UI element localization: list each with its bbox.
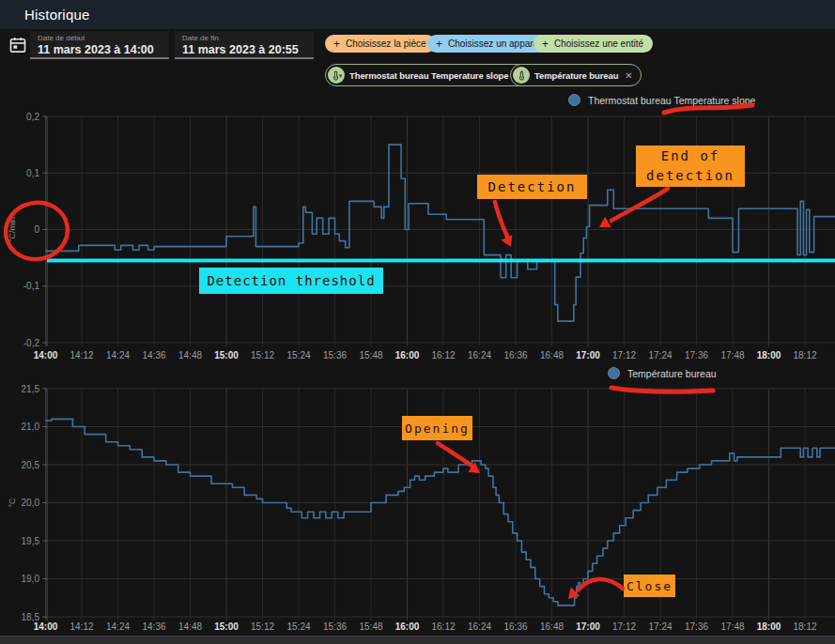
date-start-field[interactable]: Date de début 11 mars 2023 à 14:00 [30, 31, 169, 59]
x-tick-label: 16:36 [503, 621, 527, 632]
y-tick-label: 21,5 [22, 384, 40, 394]
thermometer-icon [513, 67, 530, 84]
page-title: Historique [24, 7, 90, 23]
annotation-opening: Opening [402, 416, 472, 440]
y-tick-label: 19,0 [22, 574, 40, 584]
x-tick-label: 15:48 [359, 621, 382, 632]
chevron-down-icon: ▾ [339, 72, 343, 79]
x-tick-label: 15:00 [214, 621, 239, 632]
x-tick-label: 16:36 [503, 350, 527, 360]
x-tick-label: 18:12 [793, 621, 816, 632]
x-tick-label: 16:12 [431, 621, 455, 632]
legend-label: Température bureau [627, 368, 717, 379]
chip-label: Choisissez la pièce [346, 38, 426, 49]
x-tick-label: 16:12 [431, 350, 455, 360]
annotation-close: Close [624, 575, 675, 597]
plus-icon: + [333, 38, 340, 51]
x-tick-label: 17:48 [720, 350, 744, 360]
plus-icon: + [436, 38, 442, 51]
x-tick-label: 14:00 [34, 350, 58, 360]
calendar-icon[interactable] [8, 36, 27, 54]
thermometer-icon: ▾ [328, 67, 345, 84]
app-header: Historique [0, 0, 835, 29]
legend-thermostat-slope[interactable]: Thermostat bureau Temperature slope [568, 94, 755, 106]
date-end-field[interactable]: Date de fin 11 mars 2023 à 20:55 [175, 31, 314, 59]
x-tick-label: 14:36 [142, 621, 165, 632]
entity-chip-thermostat-slope[interactable]: ▾ Thermostat bureau Temperature slope ✕ [325, 64, 532, 86]
y-tick-label: 19,5 [22, 536, 40, 546]
legend-label: Thermostat bureau Temperature slope [588, 95, 755, 106]
y-tick-label: -0,1 [23, 281, 40, 291]
x-tick-label: 17:24 [648, 350, 672, 360]
x-tick-label: 16:48 [540, 350, 564, 360]
x-tick-label: 14:00 [34, 621, 58, 632]
x-tick-label: 15:12 [251, 621, 274, 632]
y-tick-label: 0,2 [26, 112, 39, 122]
x-tick-label: 18:12 [793, 350, 816, 360]
choose-area-chip[interactable]: + Choisissez la pièce [325, 35, 436, 53]
plus-icon: + [542, 38, 549, 51]
entity-chip-temperature[interactable]: Température bureau ✕ [510, 64, 642, 86]
x-tick-label: 15:12 [251, 350, 274, 360]
legend-dot [608, 367, 620, 379]
y-tick-label: 18,5 [22, 612, 40, 622]
close-icon[interactable]: ✕ [625, 70, 632, 81]
annotation-detection: Detection [477, 175, 587, 199]
y-tick-label: 0,1 [26, 168, 39, 178]
legend-dot [568, 94, 580, 106]
x-tick-label: 14:48 [178, 621, 202, 632]
x-tick-label: 15:24 [286, 350, 310, 360]
x-tick-label: 16:24 [468, 621, 491, 632]
date-start-value: 11 mars 2023 à 14:00 [38, 43, 169, 56]
x-tick-label: 15:24 [286, 621, 310, 632]
x-tick-label: 15:48 [359, 350, 382, 360]
x-tick-label: 16:00 [395, 621, 420, 632]
x-tick-label: 14:12 [70, 621, 93, 632]
footer-strip [0, 636, 835, 644]
x-tick-label: 17:12 [612, 621, 636, 632]
x-tick-label: 15:00 [214, 350, 239, 360]
x-tick-label: 17:36 [685, 350, 708, 360]
history-page: Historique Date de début 11 mars 2023 à … [0, 0, 835, 644]
legend-temperature[interactable]: Température bureau [608, 367, 717, 379]
y-tick-label: 21,0 [22, 422, 40, 432]
x-tick-label: 14:48 [178, 350, 202, 360]
x-tick-label: 17:00 [576, 621, 600, 632]
date-end-value: 11 mars 2023 à 20:55 [182, 43, 314, 56]
date-start-label: Date de début [38, 34, 169, 42]
x-tick-label: 15:36 [323, 621, 347, 632]
chip-label: Thermostat bureau Temperature slope [349, 70, 508, 81]
x-tick-label: 18:00 [757, 621, 781, 632]
x-tick-label: 17:24 [648, 621, 672, 632]
x-tick-label: 17:36 [685, 621, 708, 632]
x-tick-label: 17:48 [720, 621, 744, 632]
y-tick-label: 20,0 [22, 498, 40, 508]
x-tick-label: 16:24 [468, 350, 491, 360]
x-tick-label: 16:48 [540, 621, 564, 632]
series-line [46, 419, 835, 606]
y-axis-unit: °C/min [8, 217, 17, 242]
chip-label: Choisissez un appareil [448, 38, 543, 49]
x-tick-label: 18:00 [757, 350, 781, 360]
annotation-detection-threshold: Detection threshold [199, 268, 383, 294]
x-tick-label: 14:24 [106, 350, 130, 360]
annotation-end-of-detection: End of detection [636, 146, 745, 187]
x-tick-label: 17:12 [612, 350, 636, 360]
y-tick-label: -0,2 [23, 338, 40, 348]
choose-entity-chip[interactable]: + Choisissez une entité [533, 35, 653, 53]
y-tick-label: 20,5 [22, 460, 40, 470]
x-tick-label: 14:36 [142, 350, 165, 360]
x-tick-label: 17:00 [576, 350, 600, 360]
date-end-label: Date de fin [182, 34, 314, 42]
chip-label: Température bureau [534, 70, 618, 81]
y-tick-label: 0 [34, 224, 39, 235]
x-tick-label: 15:36 [323, 350, 347, 360]
x-tick-label: 16:00 [395, 350, 420, 360]
x-tick-label: 14:12 [70, 350, 93, 360]
chip-label: Choisissez une entité [554, 38, 643, 49]
y-axis-unit: °C [8, 498, 17, 508]
x-tick-label: 14:24 [106, 621, 130, 632]
